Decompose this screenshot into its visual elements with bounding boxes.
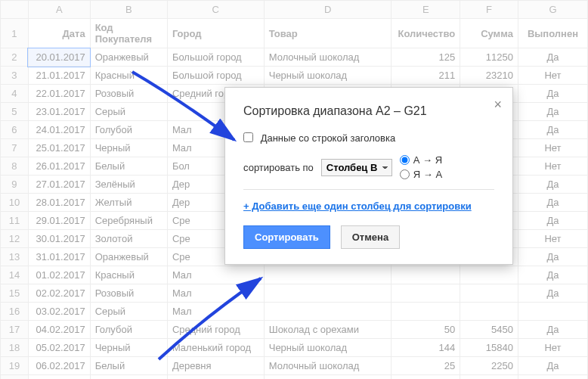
col-header[interactable]: A <box>28 1 90 19</box>
cell[interactable]: Нет <box>518 67 587 85</box>
cell[interactable]: Да <box>518 212 587 230</box>
cell[interactable]: 24.01.2017 <box>28 121 90 139</box>
cell[interactable]: 03.02.2017 <box>28 303 90 321</box>
cell[interactable]: Черный шоколад <box>264 339 391 357</box>
cell[interactable]: 11250 <box>460 48 518 67</box>
cell[interactable]: Шоколад с орехами <box>264 375 391 380</box>
row-number[interactable]: 15 <box>1 284 29 303</box>
cell[interactable]: 144 <box>391 339 460 357</box>
cell[interactable]: 2250 <box>460 357 518 375</box>
col-header[interactable]: B <box>90 1 167 19</box>
table-row[interactable]: 1401.02.2017КрасныйМалДа <box>1 266 588 284</box>
cell[interactable]: Черный шоколад <box>264 67 391 85</box>
cell[interactable]: Да <box>518 103 587 121</box>
cell[interactable] <box>264 284 391 303</box>
cell[interactable]: Да <box>518 248 587 266</box>
cell[interactable] <box>460 266 518 284</box>
cell[interactable]: 07.02.2017 <box>28 375 90 380</box>
cell[interactable]: Серый <box>90 303 167 321</box>
cell[interactable]: Мал <box>167 284 264 303</box>
header-cell[interactable]: Код Покупателя <box>90 19 167 48</box>
cell[interactable]: 29.01.2017 <box>28 212 90 230</box>
cell[interactable]: Мал <box>167 266 264 284</box>
cell[interactable] <box>264 266 391 284</box>
cell[interactable]: 21.01.2017 <box>28 67 90 85</box>
corner-cell[interactable] <box>1 1 29 19</box>
header-cell[interactable]: Количество <box>391 19 460 48</box>
cell[interactable]: 211 <box>391 67 460 85</box>
cell[interactable]: 28.01.2017 <box>28 194 90 212</box>
cell[interactable]: Зелёный <box>90 176 167 194</box>
cell[interactable]: Серебряный <box>90 212 167 230</box>
cell[interactable]: Красный <box>90 266 167 284</box>
header-cell[interactable]: Дата <box>28 19 90 48</box>
cell[interactable] <box>518 303 587 321</box>
cell[interactable] <box>264 303 391 321</box>
col-header[interactable]: C <box>167 1 264 19</box>
cell[interactable] <box>391 303 460 321</box>
table-row[interactable]: 1906.02.2017БелыйДеревняМолочный шоколад… <box>1 357 588 375</box>
table-row[interactable]: 321.01.2017КрасныйБольшой городЧерный шо… <box>1 67 588 85</box>
cell[interactable]: Шоколад с орехами <box>264 321 391 339</box>
cell[interactable]: Розовый <box>90 85 167 103</box>
table-row[interactable]: 220.01.2017ОранжевыйБольшой городМолочны… <box>1 48 588 67</box>
cell[interactable]: Да <box>518 357 587 375</box>
cell[interactable]: Голубой <box>90 121 167 139</box>
cell[interactable]: Нет <box>518 139 587 157</box>
cell[interactable]: 7200 <box>460 375 518 380</box>
row-number[interactable]: 18 <box>1 339 29 357</box>
cell[interactable]: 15840 <box>460 339 518 357</box>
cell[interactable]: Серый <box>90 103 167 121</box>
cell[interactable]: 22.01.2017 <box>28 85 90 103</box>
row-number[interactable]: 12 <box>1 230 29 248</box>
cell[interactable]: 50 <box>391 321 460 339</box>
cell[interactable]: Да <box>518 321 587 339</box>
cell[interactable]: Оранжевый <box>90 248 167 266</box>
cell[interactable]: Да <box>518 121 587 139</box>
cell[interactable]: 06.02.2017 <box>28 357 90 375</box>
table-row[interactable]: 2007.02.2017ЗелёныйДеревняШоколад с орех… <box>1 375 588 380</box>
row-number[interactable]: 20 <box>1 375 29 380</box>
cell[interactable]: Белый <box>90 357 167 375</box>
cell[interactable]: 27.01.2017 <box>28 176 90 194</box>
cell[interactable]: 25 <box>391 357 460 375</box>
row-number[interactable]: 8 <box>1 157 29 176</box>
cell[interactable]: Средний город <box>167 321 264 339</box>
cell[interactable]: Маленький город <box>167 339 264 357</box>
cell[interactable]: Да <box>518 85 587 103</box>
row-number[interactable]: 19 <box>1 357 29 375</box>
cell[interactable]: Молочный шоколад <box>264 357 391 375</box>
row-number[interactable]: 13 <box>1 248 29 266</box>
row-number[interactable]: 11 <box>1 212 29 230</box>
cell[interactable]: 31.01.2017 <box>28 248 90 266</box>
cell[interactable]: Большой город <box>167 48 264 67</box>
row-number[interactable]: 5 <box>1 103 29 121</box>
cell[interactable]: 05.02.2017 <box>28 339 90 357</box>
row-number[interactable]: 4 <box>1 85 29 103</box>
cell[interactable]: 23.01.2017 <box>28 103 90 121</box>
cell[interactable]: 25.01.2017 <box>28 139 90 157</box>
row-number[interactable]: 3 <box>1 67 29 85</box>
cell[interactable]: Да <box>518 284 587 303</box>
add-sort-column-link[interactable]: + Добавить еще один столбец для сортиров… <box>243 200 472 212</box>
cell[interactable] <box>391 266 460 284</box>
header-cell[interactable]: Сумма <box>460 19 518 48</box>
col-header[interactable]: G <box>518 1 587 19</box>
table-row[interactable]: 1603.02.2017СерыйМал <box>1 303 588 321</box>
cell[interactable]: Желтый <box>90 194 167 212</box>
cell[interactable] <box>391 284 460 303</box>
row-number[interactable]: 17 <box>1 321 29 339</box>
cell[interactable]: Черный <box>90 139 167 157</box>
sort-desc-radio[interactable]: Я → А <box>400 169 442 180</box>
header-cell[interactable]: Выполнен <box>518 19 587 48</box>
cancel-button[interactable]: Отмена <box>341 225 400 249</box>
cell[interactable]: Да <box>518 375 587 380</box>
close-icon[interactable]: × <box>494 97 502 113</box>
row-number[interactable]: 7 <box>1 139 29 157</box>
cell[interactable]: Белый <box>90 157 167 176</box>
cell[interactable]: Да <box>518 266 587 284</box>
cell[interactable]: Мал <box>167 303 264 321</box>
cell[interactable]: Да <box>518 176 587 194</box>
cell[interactable]: Молочный шоколад <box>264 48 391 67</box>
cell[interactable]: Нет <box>518 230 587 248</box>
